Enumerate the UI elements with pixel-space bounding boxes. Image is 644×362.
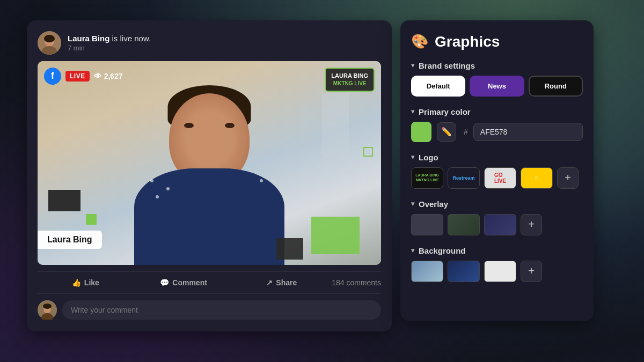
share-button[interactable]: ↗ Share <box>233 274 330 291</box>
add-overlay-button[interactable]: + <box>521 214 542 235</box>
viewer-number: 2,627 <box>104 72 123 80</box>
brand-settings-section: ▾ Brand settings Default News Round <box>411 61 583 97</box>
background-section: ▾ Background + <box>411 246 583 282</box>
logo-thumb-3[interactable]: GOLIVE <box>484 167 516 189</box>
share-label: Share <box>276 278 297 287</box>
post-card: Laura Bing is live now. 7 min <box>27 20 392 331</box>
comment-input-row <box>38 300 381 320</box>
logo-section: ▾ Logo LAURA BINGMKTNG LIVE Restream GOL… <box>411 153 583 189</box>
overlay-square-dark-br <box>276 238 303 260</box>
facebook-icon: f <box>44 68 61 85</box>
palette-icon: 🎨 <box>411 33 428 50</box>
overlay-square-green <box>86 214 97 225</box>
logo-thumb-2[interactable]: Restream <box>448 167 480 189</box>
status-text: is live now. <box>112 34 151 43</box>
overlay-row: + <box>411 214 583 235</box>
video-top-bar: f LIVE 👁 2,627 <box>44 68 123 85</box>
overlay-section: ▾ Overlay + <box>411 200 583 235</box>
chevron-down-icon-5: ▾ <box>411 247 414 254</box>
overlay-corner-border <box>363 147 373 157</box>
post-time: 7 min <box>68 44 381 52</box>
logo-row: LAURA BINGMKTNG LIVE Restream GOLIVE 🌟 + <box>411 167 583 189</box>
watermark: LAURA BING MKTNG LIVE <box>325 68 375 92</box>
overlay-label: Overlay <box>419 200 448 209</box>
brand-settings-header[interactable]: ▾ Brand settings <box>411 61 583 70</box>
chevron-down-icon-2: ▾ <box>411 108 414 115</box>
like-icon: 👍 <box>72 278 81 287</box>
post-actions: 👍 Like 💬 Comment ↗ Share 184 comments <box>38 271 381 294</box>
like-label: Like <box>84 278 99 287</box>
chevron-down-icon-4: ▾ <box>411 200 414 208</box>
brand-round-button[interactable]: Round <box>529 76 583 97</box>
background-row: + <box>411 261 583 282</box>
comment-icon: 💬 <box>160 278 169 287</box>
overlay-thumb-1[interactable] <box>411 214 443 235</box>
color-hex-input[interactable] <box>473 123 583 141</box>
bg-thumb-2[interactable] <box>448 261 480 282</box>
video-container: f LIVE 👁 2,627 LAURA BING MKTNG LIVE Lau… <box>38 61 381 265</box>
add-background-button[interactable]: + <box>521 261 542 282</box>
main-container: Laura Bing is live now. 7 min <box>27 20 617 342</box>
overlay-header[interactable]: ▾ Overlay <box>411 200 583 209</box>
viewer-count: 👁 2,627 <box>94 72 123 80</box>
brand-buttons: Default News Round <box>411 76 583 97</box>
primary-color-section: ▾ Primary color ✏️ # <box>411 107 583 142</box>
post-meta: Laura Bing is live now. 7 min <box>68 34 381 52</box>
overlay-square-dark-tl <box>48 190 80 211</box>
chevron-down-icon-3: ▾ <box>411 153 414 161</box>
primary-color-header[interactable]: ▾ Primary color <box>411 107 583 116</box>
eyedropper-button[interactable]: ✏️ <box>437 122 456 142</box>
graphics-panel: 🎨 Graphics ▾ Brand settings Default News… <box>400 20 594 321</box>
brand-settings-label: Brand settings <box>419 61 475 70</box>
logo-thumb-4[interactable]: 🌟 <box>521 167 553 189</box>
comment-input[interactable] <box>62 300 381 320</box>
commenter-avatar <box>38 300 57 320</box>
add-logo-button[interactable]: + <box>557 167 579 189</box>
comment-label: Comment <box>172 278 207 287</box>
overlay-thumb-3[interactable] <box>484 214 516 235</box>
live-badge: LIVE <box>65 71 90 82</box>
eyedropper-icon: ✏️ <box>441 127 452 137</box>
brand-news-button[interactable]: News <box>470 76 524 97</box>
avatar <box>38 31 61 55</box>
overlay-thumb-2[interactable] <box>448 214 480 235</box>
author-line: Laura Bing is live now. <box>68 34 381 43</box>
logo-thumb-1[interactable]: LAURA BINGMKTNG LIVE <box>411 167 443 189</box>
svg-point-3 <box>44 35 55 42</box>
lower-third-name: Laura Bing <box>47 235 92 244</box>
brand-default-button[interactable]: Default <box>411 76 465 97</box>
logo-header[interactable]: ▾ Logo <box>411 153 583 162</box>
color-swatch[interactable] <box>411 122 431 142</box>
background-label: Background <box>419 246 466 255</box>
comment-button[interactable]: 💬 Comment <box>136 274 232 291</box>
like-button[interactable]: 👍 Like <box>38 274 134 291</box>
background-header[interactable]: ▾ Background <box>411 246 583 255</box>
panel-title: 🎨 Graphics <box>411 33 583 50</box>
color-row: ✏️ # <box>411 122 583 142</box>
overlay-square-green-br <box>311 217 360 254</box>
lower-third: Laura Bing <box>38 231 102 249</box>
share-icon: ↗ <box>266 278 273 287</box>
watermark-line1: LAURA BING <box>331 72 368 80</box>
bg-thumb-1[interactable] <box>411 261 443 282</box>
chevron-down-icon: ▾ <box>411 62 414 69</box>
primary-color-label: Primary color <box>419 107 471 116</box>
author-name[interactable]: Laura Bing <box>68 34 109 43</box>
panel-title-text: Graphics <box>435 33 500 50</box>
post-header: Laura Bing is live now. 7 min <box>38 31 381 55</box>
eye-icon: 👁 <box>94 72 101 80</box>
watermark-line2: MKTNG LIVE <box>331 80 368 87</box>
bg-thumb-3[interactable] <box>484 261 516 282</box>
svg-point-7 <box>43 304 52 309</box>
logo-label: Logo <box>419 153 438 162</box>
comments-count: 184 comments <box>332 278 381 287</box>
hash-symbol: # <box>464 128 468 136</box>
person-body <box>134 168 284 265</box>
